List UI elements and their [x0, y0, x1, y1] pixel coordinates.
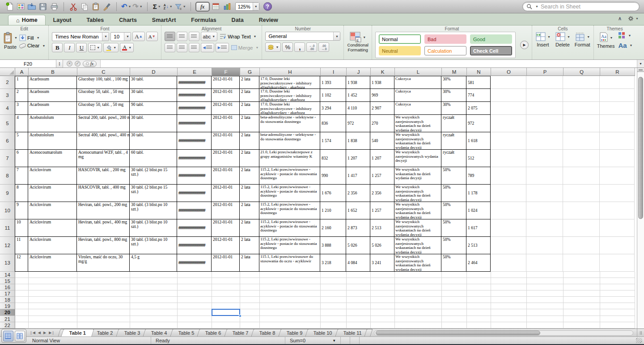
cell-E14[interactable] [178, 272, 212, 278]
row-header-5[interactable]: 5 [0, 115, 15, 132]
cell-B9[interactable]: Aciclovirum [28, 185, 77, 202]
cell-N13[interactable]: 2 464 [466, 254, 491, 272]
cell-C15[interactable] [77, 278, 130, 284]
align-bottom-button[interactable] [189, 32, 199, 41]
cell-L20[interactable] [395, 309, 442, 316]
cell-O7[interactable] [491, 150, 526, 167]
select-all-corner[interactable] [0, 68, 15, 76]
cell-H17[interactable] [260, 290, 321, 297]
cell-H20[interactable] [260, 309, 321, 316]
column-header-D[interactable]: D [130, 68, 178, 76]
cell-R19[interactable] [600, 303, 635, 309]
cell-A4[interactable]: 3 [15, 102, 28, 115]
cell-R18[interactable] [600, 297, 635, 303]
last-sheet-button[interactable]: ▶❘ [49, 331, 55, 335]
cell-R8[interactable] [600, 167, 635, 185]
cell-K13[interactable]: 3 241 [370, 254, 394, 272]
cell-P17[interactable] [527, 290, 564, 297]
cell-P21[interactable] [527, 316, 564, 322]
column-header-N[interactable]: N [467, 68, 491, 76]
cell-L6[interactable]: We wszystkich zarejestrowanych wskazania… [394, 132, 441, 150]
cell-M9[interactable]: 50% [441, 185, 466, 202]
previous-sheet-button[interactable]: ◀ [38, 331, 41, 335]
column-header-H[interactable]: H [260, 68, 321, 76]
cell-G21[interactable] [240, 316, 260, 322]
cell-A19[interactable] [15, 303, 29, 309]
cell-O15[interactable] [491, 278, 527, 284]
cell-F7[interactable]: 2012-01-01 [212, 150, 240, 167]
align-top-button[interactable] [165, 32, 175, 41]
cell-K2[interactable]: 1 938 [370, 76, 394, 89]
first-sheet-button[interactable]: ❘◀ [30, 331, 35, 335]
cell-E21[interactable] [178, 316, 212, 322]
row-header-21[interactable]: 21 [0, 316, 15, 322]
cell-N22[interactable] [467, 322, 491, 328]
cell-R17[interactable] [600, 290, 635, 297]
cell-K11[interactable]: 2 513 [370, 219, 394, 237]
cell-M15[interactable] [442, 278, 467, 284]
cell-A3[interactable]: 2 [15, 89, 28, 102]
cell-I20[interactable] [321, 309, 347, 316]
cell-R6[interactable] [600, 132, 635, 150]
cell-Q12[interactable] [563, 237, 600, 254]
cell-G11[interactable]: 2 lata [240, 219, 259, 237]
cell-C16[interactable] [77, 284, 130, 290]
cell-F17[interactable] [212, 290, 240, 297]
cell-D8[interactable]: 30 tabl. (2 blist.po 15 szt.) [130, 167, 177, 185]
cell-E13[interactable]: ############## [177, 254, 212, 272]
next-sheet-button[interactable]: ▶ [43, 331, 46, 335]
fill-handle[interactable] [239, 315, 242, 317]
cell-K20[interactable] [371, 309, 395, 316]
cell-K18[interactable] [371, 297, 395, 303]
cell-O18[interactable] [491, 297, 527, 303]
cell-J18[interactable] [347, 297, 371, 303]
cell-N2[interactable]: 581 [466, 76, 491, 89]
name-box[interactable]: F20 [0, 60, 56, 67]
comma-format-button[interactable]: , [294, 42, 305, 52]
cell-K19[interactable] [371, 303, 395, 309]
column-header-C[interactable]: C [77, 68, 130, 76]
cell-N9[interactable]: 1 178 [466, 185, 491, 202]
cell-K21[interactable] [371, 316, 395, 322]
cell-L13[interactable]: We wszystkich zarejestrowanych wskazania… [394, 254, 441, 272]
cell-Q11[interactable] [563, 219, 600, 237]
cell-F3[interactable]: 2012-01-01 [212, 89, 240, 102]
ribbon-tab-tables[interactable]: Tables [79, 15, 112, 25]
horizontal-scrollbar-thumb[interactable] [376, 331, 540, 335]
cell-I2[interactable]: 1 393 [320, 76, 346, 89]
cell-R14[interactable] [600, 272, 635, 278]
media-browser-button[interactable] [222, 1, 232, 12]
ribbon-tab-home[interactable]: ⌂Home [8, 15, 46, 25]
cell-Q13[interactable] [563, 254, 600, 272]
cell-L12[interactable]: We wszystkich zarejestrowanych wskazania… [394, 237, 441, 254]
cell-H21[interactable] [260, 316, 321, 322]
cell-H9[interactable]: 115.2, Leki przeciwwirusowe - acyklowir … [259, 185, 320, 202]
cell-J19[interactable] [347, 303, 371, 309]
cell-H4[interactable]: 17.0, Doustne leki przeciwcukrzycowe - i… [259, 102, 320, 115]
cell-E7[interactable]: ############## [177, 150, 212, 167]
cell-N11[interactable]: 1 617 [466, 219, 491, 237]
cell-J16[interactable] [347, 284, 371, 290]
cell-G18[interactable] [240, 297, 260, 303]
cell-G12[interactable]: 2 lata [240, 237, 259, 254]
ribbon-tab-charts[interactable]: Charts [111, 15, 144, 25]
cell-E17[interactable] [178, 290, 212, 297]
more-styles-button[interactable]: ▶ [520, 41, 529, 49]
sum-indicator[interactable]: Sum=0 ▼ [285, 337, 341, 344]
insert-cells-button[interactable]: ▼ Insert [535, 32, 551, 47]
cell-C6[interactable]: Sectral 400, tabl. powl., 400 mg [77, 132, 130, 150]
cell-P5[interactable] [526, 115, 563, 132]
cell-B5[interactable]: Acebutololum [28, 115, 77, 132]
cell-R16[interactable] [600, 284, 635, 290]
cell-R4[interactable] [600, 102, 635, 115]
cell-F2[interactable]: 2012-01-01 [212, 76, 240, 89]
search-input[interactable]: ▼ Search in Sheet [522, 2, 640, 11]
normal-view-button[interactable] [3, 331, 13, 341]
cell-P16[interactable] [527, 284, 564, 290]
cell-O14[interactable] [491, 272, 527, 278]
cell-B3[interactable]: Acarbosum [28, 89, 77, 102]
ribbon-tab-smartart[interactable]: SmartArt [144, 15, 184, 25]
cell-G16[interactable] [240, 284, 260, 290]
column-header-L[interactable]: L [395, 68, 442, 76]
cell-Q2[interactable] [563, 76, 600, 89]
